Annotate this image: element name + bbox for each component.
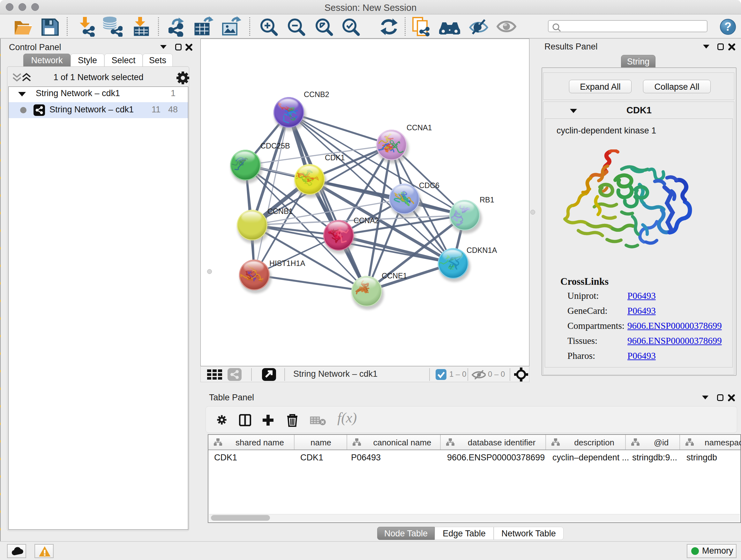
svg-text:CDC25B: CDC25B bbox=[260, 142, 290, 150]
svg-text:CDK1: CDK1 bbox=[325, 153, 345, 162]
svg-text:HIST1H1A: HIST1H1A bbox=[269, 259, 306, 267]
svg-text:RB1: RB1 bbox=[480, 196, 494, 204]
svg-text:CCNA1: CCNA1 bbox=[407, 124, 432, 132]
svg-text:CCNA2: CCNA2 bbox=[354, 216, 379, 225]
svg-text:CDC6: CDC6 bbox=[419, 181, 440, 190]
svg-text:CDKN1A: CDKN1A bbox=[467, 246, 497, 254]
svg-text:CCNE1: CCNE1 bbox=[382, 272, 407, 280]
svg-text:CCNB2: CCNB2 bbox=[304, 90, 329, 99]
svg-text:CCNB1: CCNB1 bbox=[267, 207, 293, 215]
svg-text:?: ? bbox=[724, 20, 731, 33]
